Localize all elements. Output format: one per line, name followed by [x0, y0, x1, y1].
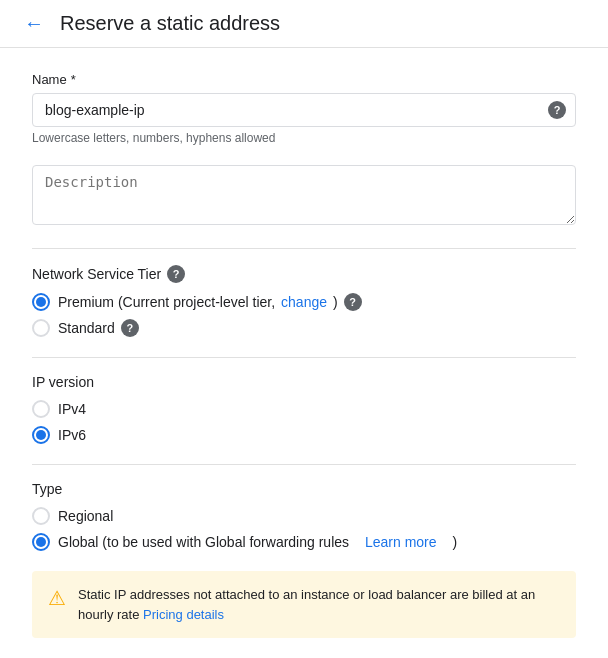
divider-1: [32, 248, 576, 249]
description-field-group: [32, 165, 576, 228]
form-content: Name * ? Lowercase letters, numbers, hyp…: [0, 48, 608, 658]
name-help-icon[interactable]: ?: [548, 101, 566, 119]
warning-icon: ⚠: [48, 586, 66, 610]
description-input[interactable]: [32, 165, 576, 225]
ip-version-label: IP version: [32, 374, 576, 390]
global-option[interactable]: Global (to be used with Global forwardin…: [32, 533, 576, 551]
name-label-text: Name: [32, 72, 67, 87]
name-field-group: Name * ? Lowercase letters, numbers, hyp…: [32, 72, 576, 145]
type-label-text: Type: [32, 481, 62, 497]
ipv6-label: IPv6: [58, 427, 86, 443]
change-link[interactable]: change: [281, 294, 327, 310]
learn-more-link[interactable]: Learn more: [365, 534, 437, 550]
ip-version-group: IP version IPv4 IPv6: [32, 374, 576, 444]
network-tier-label: Network Service Tier ?: [32, 265, 576, 283]
name-label: Name *: [32, 72, 576, 87]
name-hint: Lowercase letters, numbers, hyphens allo…: [32, 131, 576, 145]
warning-text: Static IP addresses not attached to an i…: [78, 585, 560, 624]
warning-box: ⚠ Static IP addresses not attached to an…: [32, 571, 576, 638]
global-label-text: Global (to be used with Global forwardin…: [58, 534, 349, 550]
premium-label: Premium (Current project-level tier, cha…: [58, 293, 362, 311]
back-button[interactable]: ←: [24, 12, 44, 35]
divider-3: [32, 464, 576, 465]
ipv4-option[interactable]: IPv4: [32, 400, 576, 418]
required-indicator: *: [71, 72, 76, 87]
network-tier-group: Network Service Tier ? Premium (Current …: [32, 265, 576, 337]
type-group: Type Regional Global (to be used with Gl…: [32, 481, 576, 551]
standard-label-text: Standard: [58, 320, 115, 336]
network-tier-label-text: Network Service Tier: [32, 266, 161, 282]
regional-option[interactable]: Regional: [32, 507, 576, 525]
page-title: Reserve a static address: [60, 12, 280, 35]
regional-radio[interactable]: [32, 507, 50, 525]
ipv6-option[interactable]: IPv6: [32, 426, 576, 444]
name-input[interactable]: [32, 93, 576, 127]
standard-help-icon[interactable]: ?: [121, 319, 139, 337]
global-label: Global (to be used with Global forwardin…: [58, 534, 457, 550]
network-tier-help-icon[interactable]: ?: [167, 265, 185, 283]
ipv6-radio[interactable]: [32, 426, 50, 444]
pricing-link-text: Pricing details: [143, 607, 224, 622]
back-icon: ←: [24, 12, 44, 35]
page-header: ← Reserve a static address: [0, 0, 608, 48]
global-suffix: ): [452, 534, 457, 550]
ipv4-label: IPv4: [58, 401, 86, 417]
name-input-wrapper: ?: [32, 93, 576, 127]
standard-radio[interactable]: [32, 319, 50, 337]
premium-label-text: Premium (Current project-level tier,: [58, 294, 275, 310]
premium-suffix: ): [333, 294, 338, 310]
type-label: Type: [32, 481, 576, 497]
divider-2: [32, 357, 576, 358]
ipv4-radio[interactable]: [32, 400, 50, 418]
regional-label: Regional: [58, 508, 113, 524]
global-radio[interactable]: [32, 533, 50, 551]
standard-option[interactable]: Standard ?: [32, 319, 576, 337]
premium-help-icon[interactable]: ?: [344, 293, 362, 311]
premium-option[interactable]: Premium (Current project-level tier, cha…: [32, 293, 576, 311]
pricing-details-link[interactable]: Pricing details: [143, 607, 224, 622]
standard-label: Standard ?: [58, 319, 139, 337]
ip-version-label-text: IP version: [32, 374, 94, 390]
premium-radio[interactable]: [32, 293, 50, 311]
